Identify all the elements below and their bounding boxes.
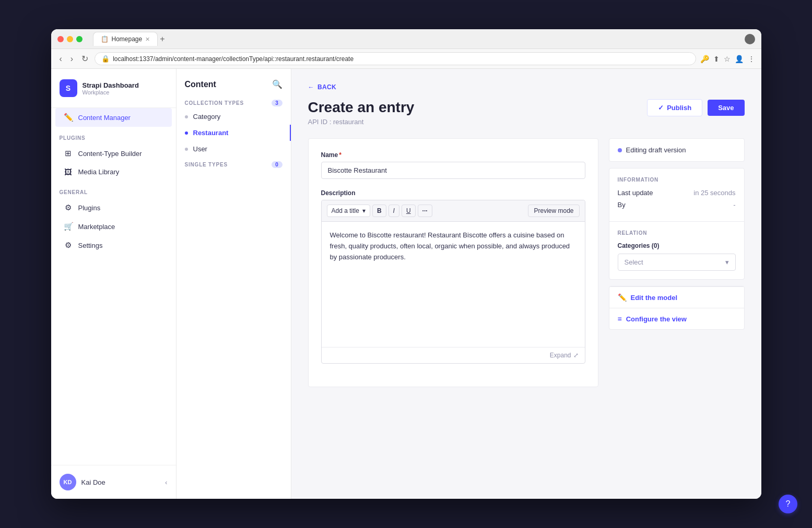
edit-model-icon: ✏️ xyxy=(618,293,627,302)
collection-types-text: Collection Types xyxy=(185,100,244,106)
actions-panel: ✏️ Edit the model ≡ Configure the view xyxy=(609,286,745,330)
sidebar-section-general: General xyxy=(51,181,176,198)
sidebar-item-content-type-builder[interactable]: ⊞ Content-Type Builder xyxy=(55,144,172,163)
content-list-header: Content 🔍 xyxy=(176,69,291,95)
rte-preview-button[interactable]: Preview mode xyxy=(528,205,579,217)
page-header: Create an entry API ID : restaurant ✓ Pu… xyxy=(308,99,745,126)
page-subtitle: API ID : restaurant xyxy=(308,118,415,126)
content-search-button[interactable]: 🔍 xyxy=(272,79,283,89)
collection-types-label: Collection Types 3 xyxy=(176,95,291,109)
new-tab-button[interactable]: + xyxy=(160,34,164,44)
sidebar-collapse-button[interactable]: ‹ xyxy=(165,478,167,486)
reload-nav-button[interactable]: ↻ xyxy=(79,52,90,66)
sidebar-item-label-content-type-builder: Content-Type Builder xyxy=(78,150,142,158)
tab-favicon: 📋 xyxy=(101,35,109,43)
browser-user-icon xyxy=(745,34,755,44)
back-nav-button[interactable]: ‹ xyxy=(57,52,64,66)
account-icon[interactable]: 👤 xyxy=(735,55,744,63)
sidebar-item-marketplace[interactable]: 🛒 Marketplace xyxy=(55,217,172,236)
sidebar-item-plugins[interactable]: ⚙ Plugins xyxy=(55,198,172,217)
list-item-label-category: Category xyxy=(193,113,221,121)
by-value: - xyxy=(733,201,735,209)
marketplace-icon: 🛒 xyxy=(64,222,73,231)
rte-content-area[interactable]: Welcome to Biscotte restaurant! Restaura… xyxy=(322,222,585,347)
share-icon[interactable]: ⬆ xyxy=(713,55,720,63)
rte-expand-button[interactable]: Expand ⤢ xyxy=(550,352,579,359)
tab-close-button[interactable]: ✕ xyxy=(145,36,150,43)
edit-model-button[interactable]: ✏️ Edit the model xyxy=(609,286,744,308)
help-button[interactable]: ? xyxy=(779,495,797,513)
information-section: Information Last update in 25 seconds By… xyxy=(609,169,744,221)
categories-label: Categories (0) xyxy=(618,242,736,249)
rte-toolbar: Add a title ▾ B I U ··· Preview mode xyxy=(322,200,585,222)
traffic-light-close[interactable] xyxy=(57,36,64,42)
configure-view-button[interactable]: ≡ Configure the view xyxy=(609,308,744,329)
browser-toolbar-icons: 🔑 ⬆ ☆ 👤 ⋮ xyxy=(700,55,755,63)
back-link[interactable]: ← BACK xyxy=(308,83,745,91)
list-item-restaurant[interactable]: Restaurant xyxy=(176,125,291,141)
rte-italic-button[interactable]: I xyxy=(389,205,399,217)
description-label: Description xyxy=(321,189,585,197)
sidebar-item-settings[interactable]: ⚙ Settings xyxy=(55,236,172,255)
form-sidebar: Editing draft version Information Last u… xyxy=(609,138,745,330)
page-title-section: Create an entry API ID : restaurant xyxy=(308,99,415,126)
draft-version-panel: Editing draft version xyxy=(609,138,745,162)
last-update-value: in 25 seconds xyxy=(693,189,735,197)
select-placeholder: Select xyxy=(625,258,643,266)
more-icon[interactable]: ⋮ xyxy=(748,55,755,63)
name-field: Name * xyxy=(321,151,585,179)
list-item-dot-category xyxy=(185,115,188,118)
publish-button[interactable]: ✓ Publish xyxy=(647,99,702,116)
rte-footer: Expand ⤢ xyxy=(322,347,585,363)
header-actions: ✓ Publish Save xyxy=(647,99,744,116)
rte-heading-chevron: ▾ xyxy=(362,207,366,214)
list-item-dot-user xyxy=(185,148,188,151)
name-input[interactable] xyxy=(321,162,585,179)
brand-subtitle: Workplace xyxy=(83,89,139,95)
rte-more-button[interactable]: ··· xyxy=(418,205,432,217)
relation-title: Relation xyxy=(618,230,736,236)
configure-view-label: Configure the view xyxy=(626,315,687,323)
draft-badge: Editing draft version xyxy=(609,139,744,161)
categories-select[interactable]: Select ▾ xyxy=(618,254,736,271)
select-chevron-icon: ▾ xyxy=(725,258,729,266)
lock-icon: 🔒 xyxy=(101,55,110,63)
draft-label: Editing draft version xyxy=(626,146,686,154)
rte-bold-button[interactable]: B xyxy=(372,205,386,217)
password-icon[interactable]: 🔑 xyxy=(700,55,709,63)
sidebar-item-label-content-manager: Content Manager xyxy=(78,114,131,122)
single-types-label: Single Types 0 xyxy=(176,157,291,170)
tab-title: Homepage xyxy=(112,35,143,43)
bookmark-icon[interactable]: ☆ xyxy=(724,55,731,63)
browser-tab-homepage[interactable]: 📋 Homepage ✕ xyxy=(93,32,158,46)
traffic-light-fullscreen[interactable] xyxy=(76,36,83,42)
user-avatar: KD xyxy=(60,474,76,490)
sidebar-item-label-marketplace: Marketplace xyxy=(78,223,115,231)
information-panel: Information Last update in 25 seconds By… xyxy=(609,168,745,280)
browser-toolbar: ‹ › ↻ 🔒 localhost:1337/admin/content-man… xyxy=(51,49,761,69)
relation-section: Relation Categories (0) Select ▾ xyxy=(609,221,744,279)
forward-nav-button[interactable]: › xyxy=(68,52,75,66)
list-item-label-user: User xyxy=(193,145,207,153)
rte-heading-select[interactable]: Add a title ▾ xyxy=(327,205,370,217)
sidebar-item-label-plugins: Plugins xyxy=(78,204,101,212)
content-manager-icon: ✏️ xyxy=(64,113,73,122)
rich-text-editor: Add a title ▾ B I U ··· Preview mode We xyxy=(321,200,585,364)
sidebar-item-media-library[interactable]: 🖼 Media Library xyxy=(55,163,172,181)
sidebar: S Strapi Dashboard Workplace ✏️ Content … xyxy=(51,69,176,499)
url-bar[interactable]: 🔒 localhost:1337/admin/content-manager/c… xyxy=(95,52,696,65)
browser-window: 📋 Homepage ✕ + ‹ › ↻ 🔒 localhost:1337/ad… xyxy=(51,29,761,499)
by-row: By - xyxy=(618,201,736,209)
list-item-user[interactable]: User xyxy=(176,141,291,157)
sidebar-brand: S Strapi Dashboard Workplace xyxy=(51,69,176,108)
back-arrow-icon: ← xyxy=(308,83,314,91)
list-item-category[interactable]: Category xyxy=(176,109,291,125)
content-list-panel: Content 🔍 Collection Types 3 Category Re… xyxy=(176,69,291,499)
content-type-builder-icon: ⊞ xyxy=(64,149,73,158)
rte-underline-button[interactable]: U xyxy=(402,205,416,217)
form-layout: Name * Description Add a title xyxy=(308,138,745,387)
sidebar-item-label-settings: Settings xyxy=(78,242,103,249)
traffic-light-minimize[interactable] xyxy=(67,36,73,42)
sidebar-item-content-manager[interactable]: ✏️ Content Manager xyxy=(55,108,172,127)
save-button[interactable]: Save xyxy=(708,100,744,116)
